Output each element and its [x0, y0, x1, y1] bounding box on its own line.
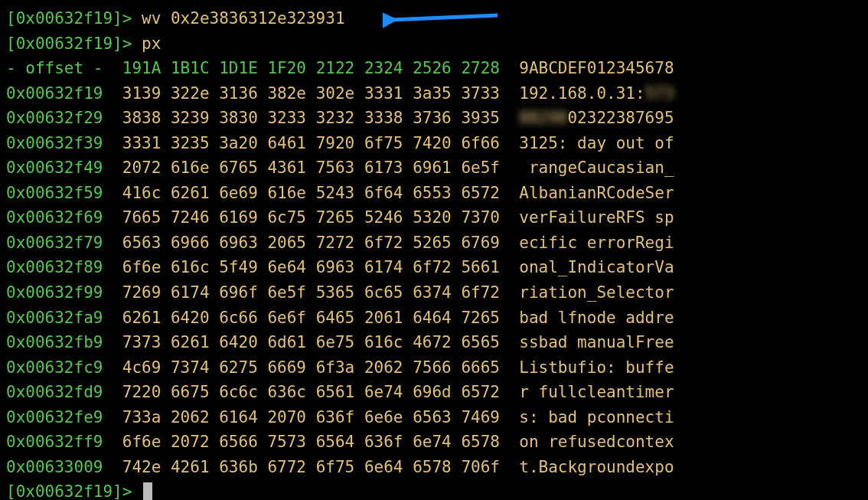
hex-word: 2062: [364, 358, 403, 377]
hex-word: 706f: [461, 458, 500, 476]
hex-word: 6553: [413, 184, 452, 202]
hex-word: 6572: [461, 184, 500, 202]
ascii-text: bad lfnode addre: [519, 309, 674, 327]
hex-word: 5243: [316, 184, 355, 202]
hex-word: 3233: [267, 109, 306, 127]
row-address: 0x00632fc9: [6, 358, 103, 377]
hex-word: 7420: [413, 134, 452, 152]
hex-word: 6d61: [267, 333, 306, 351]
ascii-text: verFailureRFS sp: [519, 208, 674, 227]
hex-word: 6669: [267, 358, 306, 377]
hex-word: 5365: [316, 283, 355, 302]
hex-word: 5265: [413, 234, 452, 252]
hex-word: 6e74: [364, 383, 403, 401]
hex-word: 6c6c: [219, 383, 258, 401]
hex-word: 6f72: [461, 283, 500, 302]
hex-word: 6f72: [364, 234, 403, 252]
hex-word: 6963: [316, 258, 355, 276]
hex-word: 6563: [122, 234, 162, 252]
hex-word: 6765: [219, 158, 258, 177]
hex-word: 636c: [267, 383, 306, 401]
ascii-text: 3125: day out of: [519, 134, 674, 152]
hex-word: 6e74: [413, 433, 452, 451]
hex-word: 4672: [413, 333, 452, 351]
hexdump-rows: 0x00632f19 3139 322e 3136 382e 302e 3331…: [6, 81, 862, 480]
hexdump-row: 0x00632ff9 6f6e 2072 6566 7573 6564 636f…: [6, 430, 862, 455]
hexdump-row: 0x00632f49 2072 616e 6765 4361 7563 6173…: [6, 155, 862, 181]
hex-word: 3239: [171, 109, 210, 127]
hex-word: 696f: [219, 283, 258, 302]
hex-word: 302e: [316, 84, 355, 103]
hex-word: 636f: [364, 433, 403, 451]
ascii-text: ssbad manualFree: [519, 333, 674, 351]
hex-word: 6e69: [219, 184, 258, 202]
hex-word: 3733: [461, 84, 500, 103]
hex-word: 6966: [171, 234, 210, 252]
hexdump-row: 0x00632f19 3139 322e 3136 382e 302e 3331…: [6, 81, 862, 106]
hexdump-row: 0x00633009 742e 4261 636b 6772 6f75 6e64…: [6, 455, 862, 480]
hexdump-row: 0x00632fc9 4c69 7374 6275 6669 6f3a 2062…: [6, 355, 862, 381]
hex-word: 6578: [413, 458, 452, 476]
hexdump-row: 0x00632f79 6563 6966 6963 2065 7272 6f72…: [6, 230, 862, 256]
hex-word: 6173: [364, 158, 403, 177]
hex-word: 2072: [122, 158, 162, 177]
ascii-text: Listbufio: buffe: [519, 358, 674, 377]
hex-word: 3838: [122, 109, 162, 127]
hex-word: 6e6e: [364, 408, 403, 426]
hex-word: 6e6f: [267, 309, 306, 327]
ascii-text: 02322387695: [567, 109, 674, 127]
cursor: [143, 482, 152, 500]
hex-word: 2065: [267, 234, 306, 252]
hex-word: 3736: [413, 109, 452, 127]
hex-word: 6e5f: [267, 283, 306, 302]
hexdump-row: 0x00632fe9 733a 2062 6164 2070 636f 6e6e…: [6, 405, 862, 430]
hex-word: 3935: [461, 109, 500, 127]
row-address: 0x00632fa9: [6, 309, 103, 327]
hexdump-row: 0x00632f29 3838 3239 3830 3233 3232 3338…: [6, 106, 862, 131]
ascii-text: ecific errorRegi: [519, 234, 674, 252]
hex-word: 6961: [413, 158, 452, 177]
hex-word: 7563: [316, 158, 355, 177]
hexdump-row: 0x00632f69 7665 7246 6169 6c75 7265 5246…: [6, 205, 862, 230]
hex-word: 6665: [461, 358, 500, 377]
hex-word: 4261: [171, 458, 210, 476]
hex-word: 6261: [171, 184, 210, 202]
hex-word: 6e64: [267, 258, 306, 276]
terminal-window[interactable]: [0x00632f19]> wv 0x2e3836312e323931 [0x0…: [0, 0, 868, 500]
ascii-text: riation_Selector: [519, 283, 674, 302]
ascii-text: r fullcleantimer: [519, 383, 674, 401]
hex-word: 7373: [122, 333, 162, 351]
hex-word: 6465: [316, 309, 355, 327]
hex-word: 5246: [364, 208, 403, 227]
hex-word: 7265: [316, 208, 355, 227]
hex-word: 616e: [171, 158, 210, 177]
row-address: 0x00632f79: [6, 234, 103, 252]
hex-word: 636f: [316, 408, 355, 426]
hex-word: 6420: [219, 333, 258, 351]
hex-word: 5661: [461, 258, 500, 276]
hex-word: 616c: [171, 258, 210, 276]
hex-word: 6e64: [364, 458, 403, 476]
hex-word: 6769: [461, 234, 500, 252]
hex-word: 6174: [171, 283, 210, 302]
hex-word: 6f6e: [122, 258, 162, 276]
hex-word: 6963: [219, 234, 258, 252]
hex-word: 696d: [413, 383, 452, 401]
prompt-line-cursor[interactable]: [0x00632f19]>: [6, 479, 862, 500]
hex-word: 6565: [461, 333, 500, 351]
hex-word: 616e: [267, 184, 306, 202]
hex-word: 6e5f: [461, 158, 500, 177]
row-address: 0x00632fd9: [6, 383, 103, 401]
hex-word: 3830: [219, 109, 258, 127]
hex-word: 6564: [316, 433, 355, 451]
hex-word: 6f72: [413, 258, 452, 276]
hex-word: 6f6e: [122, 433, 162, 451]
hexdump-row: 0x00632f59 416c 6261 6e69 616e 5243 6f64…: [6, 181, 862, 206]
hexdump-row: 0x00632f99 7269 6174 696f 6e5f 5365 6c65…: [6, 280, 862, 306]
hex-word: 6578: [461, 433, 500, 451]
hex-word: 6374: [413, 283, 452, 302]
hex-word: 322e: [171, 84, 210, 103]
hex-word: 6772: [267, 458, 306, 476]
hexdump-row: 0x00632fb9 7373 6261 6420 6d61 6e75 616c…: [6, 330, 862, 355]
hex-word: 7272: [316, 234, 355, 252]
